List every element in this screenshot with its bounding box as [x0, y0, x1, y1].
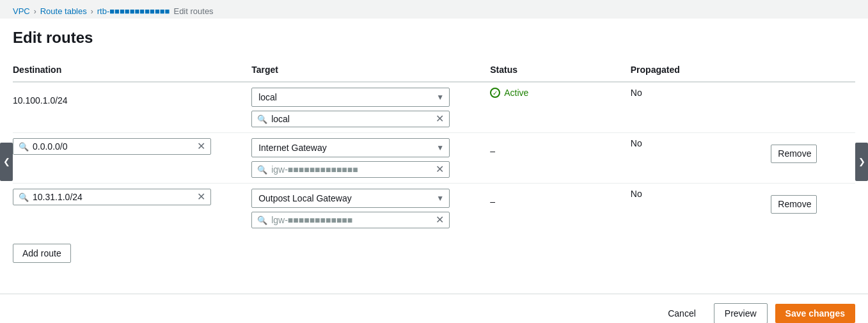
- target-search-input-1[interactable]: [271, 114, 432, 124]
- target-cell-3: Outpost Local Gateway ▼ 🔍 ✕: [251, 189, 482, 228]
- breadcrumb-route-tables[interactable]: Route tables: [40, 6, 87, 16]
- breadcrumb: VPC › Route tables › rtb-■■■■■■■■■■■■ Ed…: [0, 0, 868, 19]
- destination-static-1: 10.100.1.0/24: [13, 88, 244, 106]
- col-header-propagated: Propagated: [631, 59, 771, 82]
- breadcrumb-rtb-id[interactable]: rtb-■■■■■■■■■■■■: [97, 6, 170, 16]
- destination-search-wrap-2: 🔍 ✕: [13, 138, 211, 155]
- clear-target-btn-3[interactable]: ✕: [436, 215, 444, 225]
- actions-cell-3: Remove: [771, 184, 855, 234]
- nav-left-arrow[interactable]: ❮: [0, 143, 13, 181]
- add-route-button[interactable]: Add route: [13, 244, 71, 263]
- clear-dest-btn-2[interactable]: ✕: [197, 141, 205, 152]
- target-dropdown-wrap-3[interactable]: Outpost Local Gateway ▼: [251, 189, 450, 208]
- breadcrumb-sep-1: ›: [34, 7, 36, 16]
- col-header-destination: Destination: [13, 59, 251, 82]
- add-route-section: Add route: [13, 233, 855, 276]
- routes-table: Destination Target Status Propagated 10.…: [13, 59, 855, 233]
- destination-search-wrap-3: 🔍 ✕: [13, 189, 211, 205]
- nav-right-arrow[interactable]: ❯: [855, 143, 868, 181]
- target-cell-1: local ▼ 🔍 ✕: [251, 88, 482, 127]
- table-row: 🔍 ✕ Internet Gateway ▼: [13, 133, 855, 184]
- page-title: Edit routes: [13, 29, 855, 47]
- search-icon-1: 🔍: [257, 114, 267, 124]
- remove-btn-3[interactable]: Remove: [771, 195, 817, 214]
- table-row: 10.100.1.0/24 local ▼ 🔍 ✕: [13, 82, 855, 133]
- table-row: 🔍 ✕ Outpost Local Gateway ▼: [13, 184, 855, 234]
- target-search-input-2[interactable]: [271, 164, 432, 175]
- clear-target-btn-2[interactable]: ✕: [436, 164, 444, 175]
- target-search-wrap-3: 🔍 ✕: [251, 212, 450, 228]
- breadcrumb-sep-2: ›: [91, 7, 93, 16]
- col-header-actions: [771, 59, 855, 82]
- footer-bar: Cancel Preview Save changes: [0, 294, 868, 323]
- col-header-target: Target: [251, 59, 490, 82]
- target-dropdown-3[interactable]: Outpost Local Gateway: [252, 189, 449, 207]
- breadcrumb-page: Edit routes: [173, 6, 213, 16]
- propagated-cell-1: No: [631, 82, 771, 133]
- target-search-wrap-2: 🔍 ✕: [251, 161, 450, 178]
- status-cell-1: ✓ Active: [490, 82, 631, 133]
- target-dropdown-2[interactable]: Internet Gateway: [252, 139, 449, 157]
- status-dash-3: –: [490, 189, 623, 207]
- clear-dest-btn-3[interactable]: ✕: [197, 192, 205, 202]
- status-dash-2: –: [490, 138, 623, 156]
- actions-cell-2: Remove: [771, 133, 855, 184]
- chevron-right-icon: ❯: [858, 157, 865, 166]
- search-icon-target-3: 🔍: [257, 216, 267, 225]
- target-dropdown-wrap-1[interactable]: local ▼: [251, 88, 450, 107]
- search-icon-dest-3: 🔍: [19, 193, 29, 202]
- search-icon-target-2: 🔍: [257, 165, 267, 175]
- destination-input-2[interactable]: [33, 141, 193, 152]
- target-dropdown-1[interactable]: local: [252, 88, 449, 106]
- breadcrumb-vpc[interactable]: VPC: [13, 6, 30, 16]
- target-search-input-3[interactable]: [271, 215, 432, 225]
- destination-input-3[interactable]: [33, 192, 193, 202]
- search-icon-dest-2: 🔍: [19, 142, 29, 152]
- target-search-wrap-1: 🔍 ✕: [251, 111, 450, 127]
- chevron-left-icon: ❮: [3, 157, 10, 166]
- propagated-cell-3: No: [631, 184, 771, 234]
- col-header-status: Status: [490, 59, 631, 82]
- status-active-badge: ✓ Active: [490, 88, 623, 98]
- status-active-label: Active: [504, 88, 528, 98]
- target-dropdown-wrap-2[interactable]: Internet Gateway ▼: [251, 138, 450, 157]
- propagated-cell-2: No: [631, 133, 771, 184]
- preview-button[interactable]: Preview: [714, 303, 768, 323]
- main-content: Edit routes Destination Target Status Pr…: [0, 19, 868, 294]
- remove-btn-2[interactable]: Remove: [771, 145, 817, 163]
- target-cell-2: Internet Gateway ▼ 🔍 ✕: [251, 138, 482, 178]
- clear-search-btn-1[interactable]: ✕: [436, 114, 444, 124]
- status-check-icon: ✓: [490, 88, 500, 98]
- save-changes-button[interactable]: Save changes: [775, 304, 855, 323]
- cancel-button[interactable]: Cancel: [658, 304, 706, 323]
- actions-cell-1: [771, 82, 855, 133]
